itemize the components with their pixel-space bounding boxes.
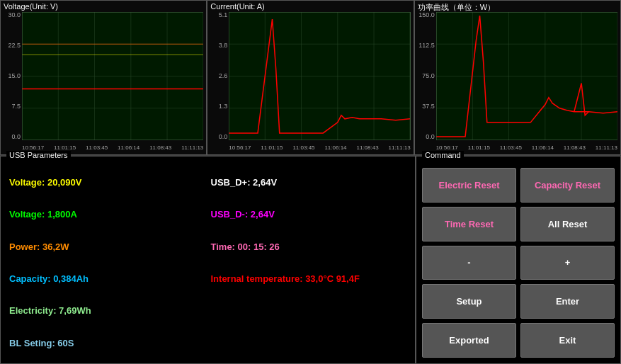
minus-button[interactable]: - — [422, 246, 516, 280]
param-internal-temp-label: Internal temperature: 33,0°C 91,4F — [211, 273, 360, 284]
current-chart-panel: Current(Unit: A) 5.1 3.8 2.6 1.3 0.0 — [207, 0, 414, 155]
param-electricity: Electricity: 7,69Wh — [6, 295, 208, 326]
current-chart-title: Current(Unit: A) — [207, 1, 267, 12]
exit-button[interactable]: Exit — [520, 323, 615, 358]
param-time: Time: 00: 15: 26 — [208, 231, 410, 263]
plus-button[interactable]: + — [520, 246, 615, 280]
current-y-axis: 5.1 3.8 2.6 1.3 0.0 — [207, 12, 229, 140]
usb-panel: USB Parameters Voltage: 20,090V USB_D+: … — [0, 156, 416, 364]
power-y-axis: 150.0 112.5 75.0 37.5 0.0 — [415, 12, 436, 140]
command-panel: Command Electric Reset Capacity Reset Ti… — [416, 156, 621, 364]
param-voltage-main-label: Voltage: 20,090V — [9, 177, 81, 188]
charts-row: Voltage(Unit: V) 30.0 22.5 15.0 7.5 0.0 — [0, 0, 621, 156]
param-usb-dminus: USB_D-: 2,64V — [208, 198, 410, 230]
usb-panel-title: USB Parameters — [6, 151, 71, 159]
usb-params-content: Voltage: 20,090V USB_D+: 2,64V Voltage: … — [6, 161, 409, 359]
param-time-label: Time: 00: 15: 26 — [211, 241, 280, 252]
param-empty1 — [208, 295, 410, 326]
time-reset-button[interactable]: Time Reset — [422, 207, 516, 241]
command-panel-title: Command — [422, 151, 464, 159]
electric-reset-button[interactable]: Electric Reset — [422, 168, 516, 203]
param-electricity-label: Electricity: 7,69Wh — [9, 305, 91, 316]
param-usb-dplus: USB_D+: 2,64V — [208, 166, 410, 198]
param-power: Power: 36,2W — [6, 231, 208, 263]
current-x-axis: 10:56:17 11:01:15 11:03:45 11:06:14 11:0… — [229, 140, 410, 154]
param-current-label: Voltage: 1,800A — [9, 209, 77, 220]
enter-button[interactable]: Enter — [520, 284, 615, 319]
current-chart-area — [229, 12, 410, 140]
param-usb-dminus-label: USB_D-: 2,64V — [211, 209, 275, 220]
param-bl-setting: BL Seting: 60S — [6, 327, 208, 359]
param-voltage-main: Voltage: 20,090V — [6, 166, 208, 198]
param-capacity-label: Capacity: 0,384Ah — [9, 273, 89, 284]
voltage-chart-panel: Voltage(Unit: V) 30.0 22.5 15.0 7.5 0.0 — [0, 0, 207, 155]
command-buttons: Electric Reset Capacity Reset Time Reset… — [422, 162, 615, 358]
param-usb-dplus-label: USB_D+: 2,64V — [211, 177, 278, 188]
param-current: Voltage: 1,800A — [6, 198, 208, 230]
power-chart-area — [436, 12, 617, 140]
voltage-chart-title: Voltage(Unit: V) — [1, 1, 61, 12]
capacity-reset-button[interactable]: Capacity Reset — [520, 168, 615, 203]
exported-button[interactable]: Exported — [422, 323, 516, 358]
voltage-y-axis: 30.0 22.5 15.0 7.5 0.0 — [1, 12, 22, 140]
setup-button[interactable]: Setup — [422, 284, 516, 319]
voltage-chart-area — [22, 12, 203, 140]
param-internal-temp: Internal temperature: 33,0°C 91,4F — [208, 263, 410, 295]
power-chart-title: 功率曲线（单位：W） — [415, 1, 498, 14]
param-power-label: Power: 36,2W — [9, 241, 69, 252]
bottom-row: USB Parameters Voltage: 20,090V USB_D+: … — [0, 156, 621, 364]
power-chart-panel: 功率曲线（单位：W） 150.0 112.5 75.0 37.5 0.0 — [414, 0, 621, 155]
main-container: Voltage(Unit: V) 30.0 22.5 15.0 7.5 0.0 — [0, 0, 621, 364]
param-bl-setting-label: BL Seting: 60S — [9, 338, 74, 348]
param-capacity: Capacity: 0,384Ah — [6, 263, 208, 295]
param-empty2 — [208, 327, 410, 359]
all-reset-button[interactable]: All Reset — [520, 207, 615, 241]
